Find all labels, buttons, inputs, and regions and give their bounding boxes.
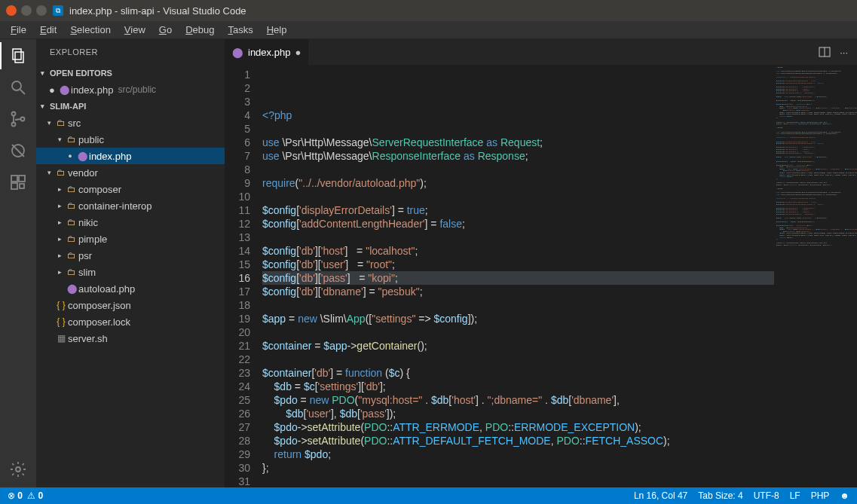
menu-edit[interactable]: Edit [34,23,63,37]
status-encoding[interactable]: UTF-8 [754,490,779,501]
status-eol[interactable]: LF [790,490,800,501]
explorer-sidebar: EXPLORER ▾ OPEN EDITORS ●⬤index.phpsrc/p… [36,39,225,487]
folder-item[interactable]: ▾🗀public [36,131,225,148]
file-item[interactable]: ▦server.sh [36,330,225,347]
editor-tab[interactable]: ⬤ index.php ● [225,39,309,65]
svg-point-5 [12,123,16,127]
workspace-header[interactable]: ▾ SLIM-API [36,98,225,115]
svg-point-6 [21,118,25,121]
split-editor-icon[interactable] [819,46,831,58]
menu-file[interactable]: File [5,23,32,37]
folder-item[interactable]: ▸🗀container-interop [36,197,225,214]
status-errors[interactable]: ⊗ 0 [8,490,23,501]
svg-point-2 [12,81,21,90]
status-language[interactable]: PHP [811,490,830,501]
svg-point-4 [12,112,16,116]
menu-view[interactable]: View [118,23,152,37]
open-editors-label: OPEN EDITORS [50,69,112,78]
window-maximize-button[interactable] [36,5,47,16]
menu-selection[interactable]: Selection [64,23,116,37]
extensions-icon[interactable] [8,172,29,193]
window-controls [6,5,47,16]
line-numbers-gutter: 1234567891011121314151617181920212223242… [225,65,262,487]
svg-rect-0 [13,49,21,60]
status-cursor-position[interactable]: Ln 16, Col 47 [634,490,687,501]
folder-item[interactable]: ▸🗀composer [36,181,225,197]
search-icon[interactable] [8,77,29,98]
svg-rect-11 [11,183,17,189]
sidebar-title: EXPLORER [36,39,225,65]
vscode-icon: ⧉ [53,5,63,16]
menu-help[interactable]: Help [261,23,293,37]
file-item[interactable]: ●⬤index.php [36,148,225,164]
svg-line-3 [20,90,25,94]
menu-go[interactable]: Go [153,23,178,37]
tab-dirty-indicator[interactable]: ● [295,47,301,58]
chevron-down-icon: ▾ [41,69,50,77]
folder-item[interactable]: ▸🗀slim [36,264,225,280]
editor-group: ⬤ index.php ● ··· 1234567891011121314151… [225,39,857,487]
open-editor-item[interactable]: ●⬤index.phpsrc/public [36,81,225,98]
source-control-icon[interactable] [8,108,29,130]
folder-item[interactable]: ▸🗀nikic [36,214,225,231]
svg-rect-1 [15,52,23,63]
explorer-icon[interactable] [8,45,29,66]
editor-tabs: ⬤ index.php ● ··· [225,39,857,65]
open-editors-header[interactable]: ▾ OPEN EDITORS [36,65,225,81]
more-actions-icon[interactable]: ··· [840,47,848,58]
debug-icon[interactable] [8,140,29,161]
activity-bar [0,39,36,487]
folder-item[interactable]: ▸🗀pimple [36,231,225,247]
tab-title: index.php [248,47,290,58]
status-bar: ⊗ 0 ⚠ 0 Ln 16, Col 47 Tab Size: 4 UTF-8 … [0,487,857,504]
status-indentation[interactable]: Tab Size: 4 [698,490,742,501]
chevron-down-icon: ▾ [41,102,50,110]
editor-actions: ··· [810,39,857,65]
file-item[interactable]: { }composer.json [36,297,225,313]
file-tree: ▾🗀src▾🗀public●⬤index.php▾🗀vendor▸🗀compos… [36,115,225,347]
open-editors-list: ●⬤index.phpsrc/public [36,81,225,98]
svg-rect-9 [11,176,17,182]
svg-rect-10 [19,176,25,182]
code-content[interactable]: <?php use \Psr\Http\Message\ServerReques… [262,65,857,487]
status-warnings[interactable]: ⚠ 0 [27,490,43,501]
window-title: index.php - slim-api - Visual Studio Cod… [69,5,246,17]
settings-gear-icon[interactable] [8,459,29,480]
php-file-icon: ⬤ [232,47,243,58]
svg-point-13 [16,467,20,472]
file-item[interactable]: ⬤autoload.php [36,280,225,297]
window-titlebar: ⧉ index.php - slim-api - Visual Studio C… [0,0,857,21]
minimap[interactable]: <?php use \Psr\Http\Message\ServerReques… [774,65,857,487]
workspace-label: SLIM-API [50,102,86,111]
menu-debug[interactable]: Debug [179,23,220,37]
file-item[interactable]: { }composer.lock [36,313,225,330]
folder-item[interactable]: ▾🗀vendor [36,164,225,181]
folder-item[interactable]: ▸🗀psr [36,247,225,264]
menu-bar: FileEditSelectionViewGoDebugTasksHelp [0,21,857,39]
window-close-button[interactable] [6,5,17,16]
svg-rect-12 [20,184,24,188]
window-minimize-button[interactable] [21,5,32,16]
code-editor[interactable]: 1234567891011121314151617181920212223242… [225,65,857,487]
status-feedback-icon[interactable]: ☻ [840,490,849,501]
menu-tasks[interactable]: Tasks [222,23,259,37]
folder-item[interactable]: ▾🗀src [36,115,225,131]
